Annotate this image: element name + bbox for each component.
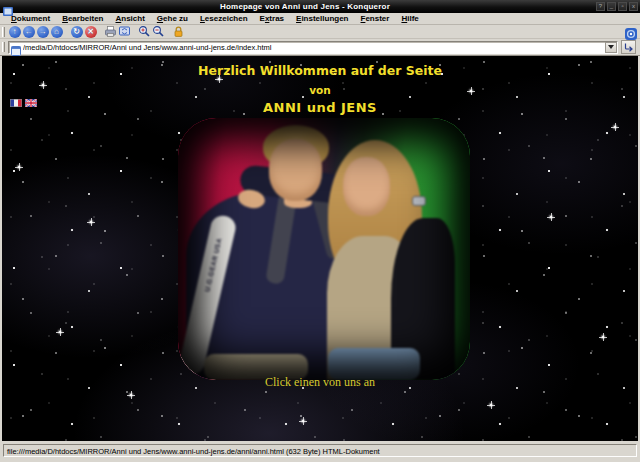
html-page-icon — [11, 42, 21, 52]
konqueror-throbber-icon — [625, 26, 637, 38]
fit-window-button[interactable] — [118, 25, 131, 38]
star — [59, 331, 61, 333]
statusbar: file:///media/D/htdocs/MIRROR/Anni und J… — [0, 441, 640, 462]
location-dropdown-button[interactable] — [605, 42, 617, 53]
menu-bearbeiten[interactable]: Bearbeiten — [56, 14, 109, 23]
titlebar: Homepage von Anni und Jens - Konqueror ?… — [0, 0, 640, 13]
menu-einstellungen[interactable]: Einstellungen — [290, 14, 354, 23]
welcome-heading-line1: Herzlich Willkommen auf der Seite — [2, 63, 638, 78]
menu-lesezeichen[interactable]: Lesezeichen — [194, 14, 254, 23]
star — [614, 126, 616, 128]
zoom-in-button[interactable] — [138, 25, 151, 38]
star — [90, 221, 92, 223]
toolbar: ↑ ← → ⌂ ↻ ✕ — [0, 25, 640, 39]
menu-hilfe[interactable]: Hilfe — [395, 14, 424, 23]
close-button[interactable]: x — [629, 2, 638, 11]
language-flags — [10, 99, 37, 107]
jens-photo-link[interactable] — [178, 118, 324, 380]
go-button[interactable] — [621, 40, 636, 54]
forward-button[interactable]: → — [37, 26, 49, 38]
location-combobox — [8, 41, 618, 54]
couple-photo[interactable]: U.G.GEAR USA — [178, 118, 470, 380]
security-lock-button[interactable] — [172, 25, 185, 38]
anni-photo-link[interactable] — [324, 118, 470, 380]
menu-fenster[interactable]: Fenster — [355, 14, 396, 23]
home-button[interactable]: ⌂ — [51, 26, 63, 38]
up-button[interactable]: ↑ — [9, 26, 21, 38]
menubar: DokumentBearbeitenAnsichtGehe zuLesezeic… — [0, 13, 640, 25]
page-content: Herzlich Willkommen auf der Seite von AN… — [0, 56, 640, 441]
back-button[interactable]: ← — [23, 26, 35, 38]
reload-button[interactable]: ↻ — [71, 26, 83, 38]
stop-button[interactable]: ✕ — [85, 26, 97, 38]
menu-gehe-zu[interactable]: Gehe zu — [151, 14, 194, 23]
maximize-button[interactable]: ▫ — [618, 2, 627, 11]
menu-dokument[interactable]: Dokument — [5, 14, 56, 23]
help-button[interactable]: ? — [596, 2, 605, 11]
menu-extras[interactable]: Extras — [254, 14, 290, 23]
welcome-heading: Herzlich Willkommen auf der Seite von AN… — [2, 63, 638, 115]
star — [18, 166, 20, 168]
french-flag-link[interactable] — [10, 99, 22, 107]
star — [130, 394, 132, 396]
locationbar-handle[interactable] — [2, 42, 5, 52]
location-input[interactable] — [23, 42, 605, 53]
location-bar — [0, 39, 640, 56]
minimize-button[interactable]: _ — [607, 2, 616, 11]
welcome-heading-line3: ANNI und JENS — [2, 100, 638, 115]
konqueror-window: Homepage von Anni und Jens - Konqueror ?… — [0, 0, 640, 462]
welcome-heading-line2: von — [2, 84, 638, 96]
konqueror-app-icon[interactable] — [3, 2, 13, 11]
star — [302, 420, 304, 422]
window-title: Homepage von Anni und Jens - Konqueror — [16, 2, 594, 11]
print-button[interactable] — [104, 25, 117, 38]
star — [550, 216, 552, 218]
toolbar-handle[interactable] — [2, 27, 5, 37]
uk-flag-link[interactable] — [25, 99, 37, 107]
status-text: file:///media/D/htdocs/MIRROR/Anni und J… — [3, 444, 637, 457]
star — [490, 404, 492, 406]
star — [602, 336, 604, 338]
zoom-out-button[interactable] — [152, 25, 165, 38]
click-caption: Click einen von uns an — [2, 375, 638, 390]
menu-ansicht[interactable]: Ansicht — [109, 14, 150, 23]
